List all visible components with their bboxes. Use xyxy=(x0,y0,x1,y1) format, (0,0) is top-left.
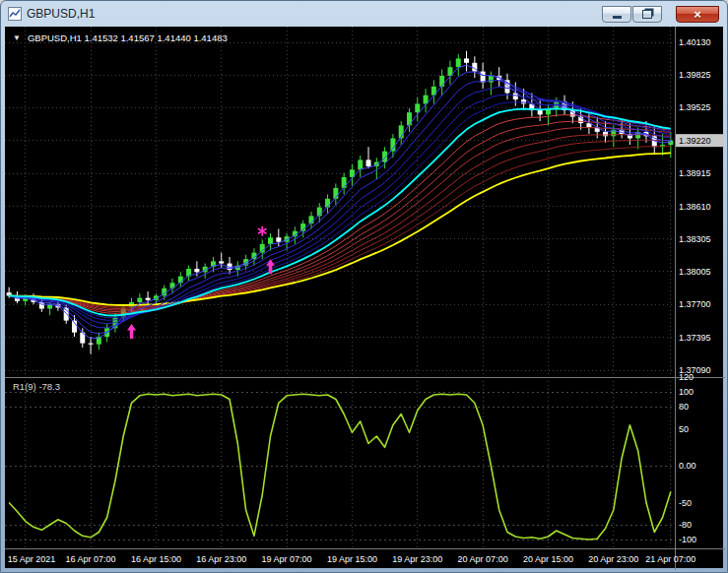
minimize-button[interactable] xyxy=(602,6,631,23)
chart-icon xyxy=(8,7,22,21)
minimize-icon xyxy=(613,16,622,19)
chart-client-area[interactable]: 1.401301.398251.395251.392201.389151.386… xyxy=(5,27,723,568)
window-title: GBPUSD,H1 xyxy=(27,7,95,21)
ohlc-text: GBPUSD,H1 1.41532 1.41567 1.41440 1.4148… xyxy=(28,32,228,43)
window-controls: × xyxy=(601,6,719,23)
chart-window: GBPUSD,H1 × 1.401301.398251.395251.39220… xyxy=(0,0,728,573)
restore-button[interactable] xyxy=(632,6,662,23)
chart-ohlc-header: ▼ GBPUSD,H1 1.41532 1.41567 1.41440 1.41… xyxy=(13,32,228,43)
price-chart-canvas[interactable]: 1.401301.398251.395251.392201.389151.386… xyxy=(5,27,725,570)
restore-icon xyxy=(642,10,652,19)
close-icon: × xyxy=(694,8,701,21)
time-axis[interactable] xyxy=(5,546,723,568)
indicator-label: R1(9) -78.3 xyxy=(13,381,60,392)
price-axis[interactable] xyxy=(673,27,723,546)
symbol-dropdown-icon[interactable]: ▼ xyxy=(13,33,21,42)
window-titlebar[interactable]: GBPUSD,H1 × xyxy=(1,1,727,27)
close-button[interactable]: × xyxy=(676,6,719,23)
